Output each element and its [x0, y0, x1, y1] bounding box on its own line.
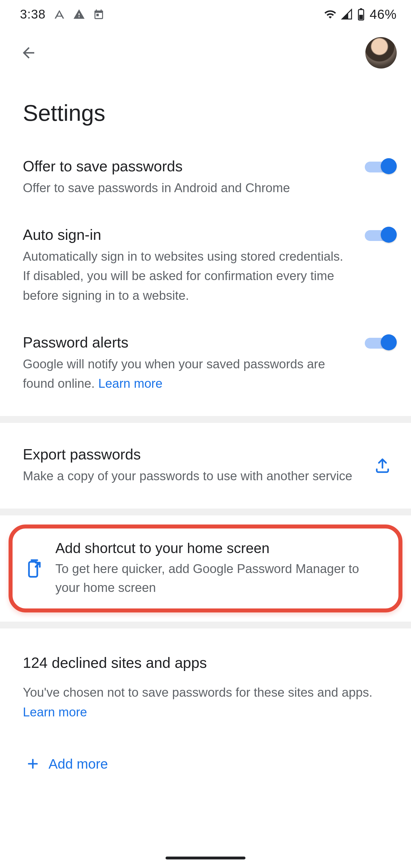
export-section: Export passwords Make a copy of your pas…: [0, 423, 411, 508]
setting-desc: Google will notify you when your saved p…: [23, 354, 353, 393]
svg-rect-2: [359, 15, 363, 20]
add-more-button[interactable]: Add more: [0, 739, 411, 789]
setting-title: Offer to save passwords: [23, 158, 353, 175]
setting-title: Auto sign-in: [23, 226, 353, 243]
battery-percentage: 46%: [370, 6, 397, 22]
wifi-icon: [324, 8, 337, 21]
status-right: 46%: [324, 6, 397, 22]
setting-offer-save-passwords[interactable]: Offer to save passwords Offer to save pa…: [0, 143, 411, 212]
declined-section: 124 declined sites and apps You've chose…: [0, 628, 411, 788]
divider: [0, 508, 411, 516]
setting-desc: Automatically sign in to websites using …: [23, 247, 353, 305]
shortcut-section: Add shortcut to your home screen To get …: [0, 516, 411, 622]
arrow-left-icon: [20, 44, 37, 61]
shortcut-desc: To get here quicker, add Google Password…: [55, 559, 384, 597]
toggle-offer-save[interactable]: [365, 158, 397, 175]
toggle-password-alerts[interactable]: [365, 334, 397, 351]
add-shortcut-card[interactable]: Add shortcut to your home screen To get …: [8, 525, 403, 613]
learn-more-link[interactable]: Learn more: [23, 705, 87, 719]
setting-desc-text: Google will notify you when your saved p…: [23, 357, 325, 390]
back-button[interactable]: [17, 41, 40, 64]
learn-more-link[interactable]: Learn more: [98, 376, 162, 390]
status-left: 3:38: [20, 7, 104, 22]
add-more-label: Add more: [49, 756, 108, 772]
export-title: Export passwords: [23, 446, 362, 463]
font-icon: [54, 8, 65, 20]
settings-section: Offer to save passwords Offer to save pa…: [0, 143, 411, 416]
declined-desc-text: You've chosen not to save passwords for …: [23, 685, 373, 699]
signal-icon: [341, 8, 352, 20]
avatar[interactable]: [365, 37, 397, 68]
divider: [0, 416, 411, 423]
toggle-auto-signin[interactable]: [365, 226, 397, 243]
declined-desc: You've chosen not to save passwords for …: [23, 683, 388, 721]
svg-rect-1: [360, 8, 362, 10]
setting-title: Password alerts: [23, 334, 353, 351]
app-header: [0, 29, 411, 77]
status-time: 3:38: [20, 7, 46, 22]
battery-icon: [357, 8, 365, 21]
setting-auto-signin[interactable]: Auto sign-in Automatically sign in to we…: [0, 212, 411, 319]
svg-rect-3: [29, 562, 37, 577]
shortcut-title: Add shortcut to your home screen: [55, 540, 384, 557]
plus-icon: [26, 757, 40, 771]
nav-handle[interactable]: [165, 857, 246, 860]
add-to-home-icon: [24, 558, 44, 579]
setting-password-alerts[interactable]: Password alerts Google will notify you w…: [0, 319, 411, 416]
export-desc: Make a copy of your passwords to use wit…: [23, 466, 362, 486]
setting-desc: Offer to save passwords in Android and C…: [23, 178, 353, 197]
upload-icon: [374, 457, 391, 474]
divider: [0, 622, 411, 628]
export-passwords-row[interactable]: Export passwords Make a copy of your pas…: [0, 423, 411, 508]
declined-title: 124 declined sites and apps: [23, 654, 388, 671]
warning-icon: [73, 8, 85, 20]
page-title: Settings: [0, 77, 411, 143]
calendar-icon: [93, 8, 104, 20]
status-bar: 3:38 46%: [0, 0, 411, 29]
